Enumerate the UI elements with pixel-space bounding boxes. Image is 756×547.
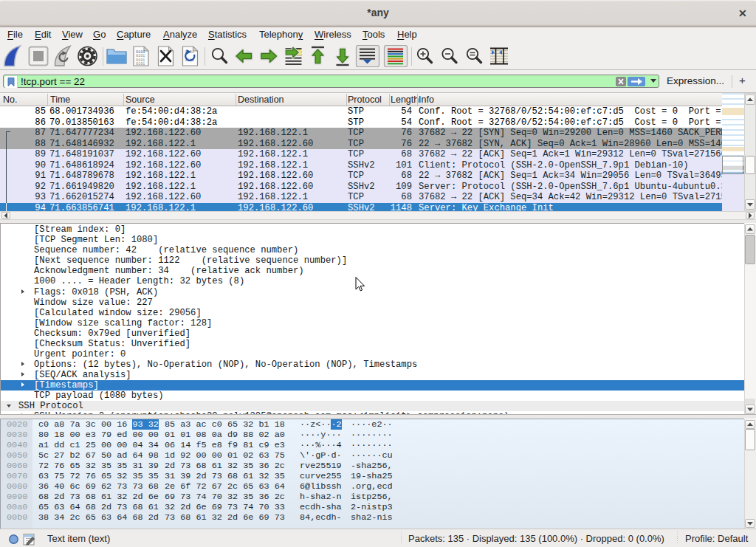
svg-text:0101: 0101 — [136, 62, 145, 66]
